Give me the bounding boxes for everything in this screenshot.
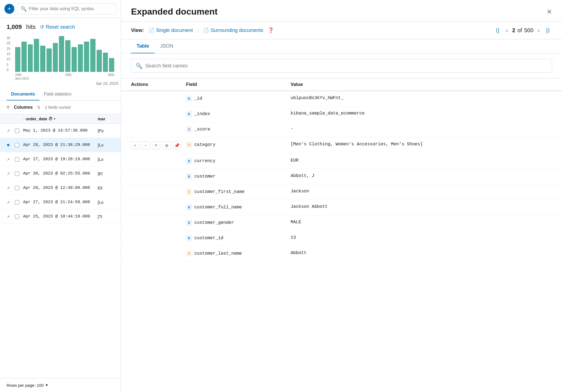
- table-row: ↗May 1, 2023 @ 14:57:36.000[Py: [0, 124, 121, 138]
- row-value: Jackson: [291, 188, 552, 194]
- tab-table[interactable]: Table: [131, 39, 155, 53]
- field-name: customer_last_name: [194, 251, 242, 256]
- row-field: #_score: [186, 126, 291, 132]
- tab-json[interactable]: JSON: [155, 39, 179, 53]
- row-date: Apr 28, 2023 @ 12:48:00.000: [23, 186, 98, 190]
- expand-row-button[interactable]: ↗: [7, 157, 15, 162]
- search-bar: + 🔍: [0, 0, 121, 18]
- row-actions: ＋－≡⊕📌: [131, 141, 186, 149]
- th-field: Field: [186, 82, 291, 87]
- tab-documents[interactable]: Documents: [7, 88, 39, 100]
- last-page-button[interactable]: |⟩: [544, 26, 552, 35]
- sort-arrow-icon: ↓: [23, 117, 25, 121]
- expanded-document-modal: Expanded document ✕ View: 📄 Single docum…: [121, 0, 562, 392]
- next-page-button[interactable]: ›: [536, 26, 542, 35]
- field-type-badge: k: [186, 173, 192, 179]
- row-value: [Men's Clothing, Women's Accessories, Me…: [291, 141, 552, 147]
- chart-bar: [72, 47, 77, 72]
- reset-icon: ↺: [40, 24, 44, 30]
- row-value: [Lo: [98, 200, 114, 205]
- row-checkbox[interactable]: [15, 157, 23, 162]
- rows-per-page-selector[interactable]: Rows per page: 100 ▾: [0, 378, 121, 392]
- field-search-input[interactable]: [145, 63, 547, 69]
- field-search-inner[interactable]: 🔍: [131, 59, 552, 73]
- chart-bar: [103, 53, 108, 72]
- unpin-row-button[interactable]: ✱: [7, 143, 15, 147]
- row-checkbox[interactable]: [15, 172, 23, 176]
- row-checkbox[interactable]: [15, 200, 23, 205]
- th-order-date[interactable]: ↓ order_date ⏱ ▾: [23, 116, 98, 121]
- row-value: [Lo: [98, 157, 114, 162]
- row-checkbox[interactable]: [15, 214, 23, 219]
- row-value: [Ti: [98, 214, 114, 219]
- sorted-label: 2 fields sorted: [45, 105, 70, 110]
- row-value: Jackson Abbott: [291, 204, 552, 209]
- prev-page-button[interactable]: ‹: [504, 26, 510, 35]
- kql-search-input[interactable]: [29, 6, 113, 11]
- add-filter-button[interactable]: +: [4, 4, 14, 14]
- row-field: k_index: [186, 110, 291, 117]
- field-name: customer_id: [194, 236, 223, 241]
- th-mar[interactable]: mar: [98, 116, 114, 121]
- row-date: Apr 25, 2023 @ 10:44:10.000: [23, 214, 98, 219]
- rows-per-page-label: Rows per page: 100: [7, 383, 43, 388]
- chart-bar: [15, 47, 20, 72]
- filter-in-button[interactable]: ⊕: [162, 141, 171, 149]
- field-name: _id: [194, 96, 202, 101]
- expand-row-button[interactable]: ↗: [7, 214, 15, 219]
- list-item: tcustomer_last_nameAbbott: [121, 246, 562, 262]
- columns-bar: ≡ Columns ⇅ 2 fields sorted: [0, 100, 121, 114]
- search-icon: 🔍: [21, 6, 27, 12]
- field-name: _index: [194, 111, 210, 116]
- single-doc-icon: 📄: [148, 27, 154, 33]
- row-value: EUR: [291, 157, 552, 163]
- field-name: customer: [194, 174, 215, 179]
- list-item: kcustomer_genderMALE: [121, 215, 562, 231]
- row-value: 13: [291, 235, 552, 240]
- row-value: kibana_sample_data_ecommerce: [291, 110, 552, 116]
- expand-row-button[interactable]: ↗: [7, 172, 15, 176]
- row-checkbox[interactable]: [15, 143, 23, 147]
- chart-bar: [78, 44, 83, 72]
- filter-out-button[interactable]: ≡: [152, 141, 160, 149]
- field-type-badge: k: [186, 111, 192, 117]
- row-field: kcustomer: [186, 173, 291, 179]
- th-actions: Actions: [131, 82, 186, 87]
- field-name: customer_full_name: [194, 205, 242, 210]
- single-document-link[interactable]: 📄 Single document: [148, 27, 193, 33]
- pagination-controls: ⟨| ‹ 2 of 500 › |⟩: [493, 26, 552, 35]
- close-button[interactable]: ✕: [547, 8, 552, 16]
- field-type-badge: t: [186, 251, 192, 257]
- list-item: kcustomer_id13: [121, 231, 562, 246]
- reset-search-button[interactable]: ↺ Reset search: [40, 24, 75, 30]
- doc-tabs: Documents Field statistics: [0, 88, 121, 100]
- kql-search-wrapper[interactable]: 🔍: [17, 3, 116, 14]
- row-value: MALE: [291, 219, 552, 225]
- row-date: May 1, 2023 @ 14:57:36.000: [23, 128, 98, 133]
- chart-x-labels: 24th April 2023 25th 26th: [15, 73, 114, 80]
- chart-bar: [109, 58, 114, 72]
- remove-filter-button[interactable]: －: [141, 141, 150, 149]
- first-page-button[interactable]: ⟨|: [493, 26, 501, 35]
- data-table: Actions Field Value k_idublpuocBs3kYv_hW…: [121, 78, 562, 392]
- modal-overlay: Expanded document ✕ View: 📄 Single docum…: [121, 0, 562, 392]
- expand-row-button[interactable]: ↗: [7, 186, 15, 190]
- data-rows: ↗May 1, 2023 @ 14:57:36.000[Py✱Apr 28, 2…: [0, 124, 121, 378]
- table-row: ↗Apr 27, 2023 @ 19:28:19.000[Lo: [0, 152, 121, 167]
- page-of-label: of: [517, 27, 522, 34]
- surrounding-documents-link[interactable]: 📄 Surrounding documents: [203, 27, 263, 33]
- chart-bar: [97, 50, 102, 72]
- expand-row-button[interactable]: ↗: [7, 200, 15, 205]
- row-checkbox[interactable]: [15, 129, 23, 133]
- chart-bars: [15, 36, 114, 72]
- expand-row-button[interactable]: ↗: [7, 129, 15, 133]
- list-item: tcustomer_first_nameJackson: [121, 184, 562, 200]
- row-checkbox[interactable]: [15, 186, 23, 190]
- chevron-down-icon: ▾: [46, 383, 48, 388]
- help-icon[interactable]: ❓: [268, 27, 274, 33]
- add-filter-button[interactable]: ＋: [131, 141, 139, 149]
- page-total: 500: [524, 27, 533, 34]
- row-field: tcustomer_last_name: [186, 250, 291, 257]
- tab-field-statistics[interactable]: Field statistics: [39, 88, 76, 100]
- pin-button[interactable]: 📌: [173, 141, 181, 149]
